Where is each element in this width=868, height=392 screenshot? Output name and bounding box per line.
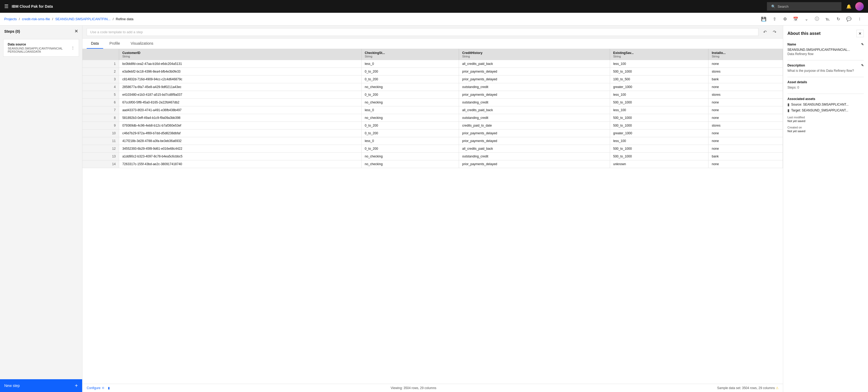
table-cell: less_0 xyxy=(362,60,459,68)
code-template-input[interactable]: Use a code template to add a step xyxy=(87,28,758,36)
table-cell: none xyxy=(708,145,783,153)
top-nav: ☰ IBM Cloud Pak for Data 🔍 Search 🔔 xyxy=(0,0,868,13)
left-panel: Steps (0) ✕ Data source SEANSUND.SMSAPPL… xyxy=(0,26,83,392)
row-number: 1 xyxy=(83,60,119,68)
table-cell: aad43373-8f20-4741-a491-e36fb438b497 xyxy=(119,107,362,114)
steps-title: Steps (0) xyxy=(4,29,20,33)
table-cell: none xyxy=(708,160,783,168)
table-row: 147263317c-155f-43bd-ae2c-380917418740no… xyxy=(83,160,783,168)
table-cell: 7263317c-155f-43bd-ae2c-380917418740 xyxy=(119,160,362,168)
table-cell: prior_payments_delayed xyxy=(459,129,610,137)
search-bar[interactable]: 🔍 Search xyxy=(767,2,841,11)
table-cell: 0_to_200 xyxy=(362,68,459,76)
table-cell: none xyxy=(708,99,783,107)
name-section-label: Name ✎ xyxy=(787,42,864,46)
comment-icon[interactable]: 💬 xyxy=(845,15,853,23)
data-table-container[interactable]: CustomerIDStringCheckingSt...StringCredi… xyxy=(83,49,783,384)
col-header-customerid: CustomerIDString xyxy=(119,49,362,60)
table-cell: no_checking xyxy=(362,99,459,107)
warning-icon: ⚠ xyxy=(776,386,779,390)
description-value: What is the purpose of this Data Refiner… xyxy=(787,69,864,72)
table-row: 13a1dd90c2-b323-4097-8c78-b4ea5c6cbbc5no… xyxy=(83,153,783,160)
table-cell: outstanding_credit xyxy=(459,153,610,160)
center-panel: Use a code template to add a step ↶ ↷ Da… xyxy=(83,26,783,392)
search-icon: 🔍 xyxy=(771,4,775,8)
data-source-menu-icon[interactable]: ⋮ xyxy=(71,46,74,50)
history-icon[interactable]: ↻ xyxy=(834,15,842,23)
table-cell: all_credits_paid_back xyxy=(459,107,610,114)
table-row: 9079369db-4c96-4eb8-b12c-b7af360e53ef0_t… xyxy=(83,122,783,129)
settings-icon[interactable]: ⚙ xyxy=(781,15,789,23)
data-table: CustomerIDStringCheckingSt...StringCredi… xyxy=(83,49,783,168)
divider-2 xyxy=(787,77,864,77)
notification-icon[interactable]: 🔔 xyxy=(845,2,853,11)
new-step-label: New step xyxy=(4,384,20,388)
row-number: 7 xyxy=(83,107,119,114)
close-steps-icon[interactable]: ✕ xyxy=(74,29,78,34)
breadcrumb-schema[interactable]: SEANSUND.SMSAPPLICANTFIN... xyxy=(55,17,111,21)
table-cell: c46d7b29-972a-4f89-b7dd-d5d8238dbfaf xyxy=(119,129,362,137)
redo-button[interactable]: ↷ xyxy=(770,28,779,36)
columns-icon[interactable]: ℡ xyxy=(823,15,832,23)
grid-icon[interactable]: ⁝ xyxy=(855,15,864,23)
menu-icon[interactable]: ☰ xyxy=(4,3,8,9)
row-number: 6 xyxy=(83,99,119,107)
close-right-panel-button[interactable]: ✕ xyxy=(856,30,864,37)
table-cell: e3a9ebf2-bc18-4396-8ea4-bfb4e3b0fe33 xyxy=(119,68,362,76)
table-cell: less_100 xyxy=(610,137,708,145)
code-template-placeholder: Use a code template to add a step xyxy=(90,30,143,34)
table-row: 2e3a9ebf2-bc18-4396-8ea4-bfb4e3b0fe330_t… xyxy=(83,68,783,76)
breadcrumb-projects[interactable]: Projects xyxy=(4,17,17,21)
viewing-info: Viewing: 3504 rows, 29 columns xyxy=(391,386,436,390)
avatar[interactable] xyxy=(855,2,864,11)
table-row: 1234552393-6b29-45f8-9d61-e016e68c44220_… xyxy=(83,145,783,153)
table-cell: 0_to_200 xyxy=(362,122,459,129)
save-icon[interactable]: 💾 xyxy=(760,15,768,23)
table-cell: none xyxy=(708,137,783,145)
schedule-icon[interactable]: 📅 xyxy=(792,15,800,23)
row-number: 8 xyxy=(83,114,119,122)
info-icon[interactable]: ⓘ xyxy=(813,15,821,23)
table-cell: all_credits_paid_back xyxy=(459,60,610,68)
table-footer: Configure ⛭ ▮ Viewing: 3504 rows, 29 col… xyxy=(83,384,783,392)
row-number: 2 xyxy=(83,68,119,76)
asset-details-label: Asset details xyxy=(787,80,864,84)
add-step-icon: + xyxy=(75,383,78,389)
steps-header: Steps (0) ✕ xyxy=(0,26,82,37)
right-panel-title: About this asset xyxy=(787,31,820,36)
table-cell: less_100 xyxy=(610,60,708,68)
divider-3 xyxy=(787,94,864,94)
source-icon: ▮ xyxy=(787,102,789,107)
upload-icon[interactable]: ⇧ xyxy=(770,15,779,23)
dropdown-icon[interactable]: ⌄ xyxy=(802,15,811,23)
table-cell: 500_to_1000 xyxy=(610,114,708,122)
table-cell: 500_to_1000 xyxy=(610,153,708,160)
table-cell: 417f218b-3d28-4788-a3fa-be3eb36a6932 xyxy=(119,137,362,145)
table-cell: prior_payments_delayed xyxy=(459,76,610,83)
new-step-button[interactable]: New step + xyxy=(0,379,82,392)
asset-name-value: SEANSUND.SMSAPPLICANTFINANCIAL... Data R… xyxy=(787,48,864,56)
edit-name-icon[interactable]: ✎ xyxy=(861,42,864,46)
configure-button[interactable]: Configure ⛭ ▮ xyxy=(87,386,110,390)
breadcrumb-actions: 💾 ⇧ ⚙ 📅 ⌄ ⓘ ℡ ↻ 💬 ⁝ xyxy=(760,15,864,23)
row-number: 4 xyxy=(83,83,119,91)
table-cell: 581892b3-0eff-49a4-b1c9-f9a09a3bb398 xyxy=(119,114,362,122)
app-logo: IBM Cloud Pak for Data xyxy=(12,4,764,8)
table-cell: 500_to_1000 xyxy=(610,122,708,129)
breadcrumb-file[interactable]: credit-risk-sms-file xyxy=(22,17,50,21)
row-number: 10 xyxy=(83,129,119,137)
table-cell: 500_to_1000 xyxy=(610,145,708,153)
tab-data[interactable]: Data xyxy=(87,38,103,49)
col-header-credithistory: CreditHistoryString xyxy=(459,49,610,60)
breadcrumb-current: Refine data xyxy=(116,17,133,21)
tab-profile[interactable]: Profile xyxy=(105,38,124,49)
table-cell: no_checking xyxy=(362,83,459,91)
data-source-name: SEANSUND.SMSAPPLICANTFINANCIAL PERSONALL… xyxy=(8,47,63,53)
top-nav-icons: 🔔 xyxy=(845,2,864,11)
table-cell: stores xyxy=(708,91,783,99)
edit-description-icon[interactable]: ✎ xyxy=(861,64,864,67)
tab-visualizations[interactable]: Visualizations xyxy=(126,38,157,49)
undo-button[interactable]: ↶ xyxy=(761,28,769,36)
main-layout: Steps (0) ✕ Data source SEANSUND.SMSAPPL… xyxy=(0,26,868,392)
table-cell: less_100 xyxy=(610,107,708,114)
